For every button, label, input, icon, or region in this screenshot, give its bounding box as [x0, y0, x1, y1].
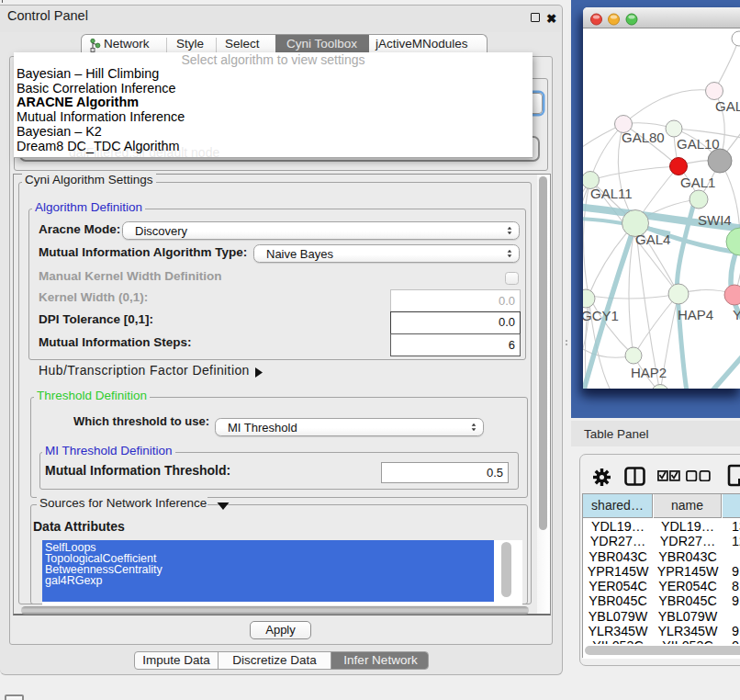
svg-text:HAP4: HAP4 — [678, 307, 713, 322]
svg-text:GAL4: GAL4 — [635, 231, 670, 247]
svg-text:GAL1: GAL1 — [680, 175, 715, 190]
svg-text:GAL2: GAL2 — [715, 98, 740, 114]
svg-text:GAL80: GAL80 — [622, 130, 665, 145]
svg-text:GCY1: GCY1 — [583, 308, 619, 323]
svg-text:SWI4: SWI4 — [698, 212, 732, 228]
svg-text:GAL10: GAL10 — [677, 136, 720, 152]
svg-text:YD: YD — [733, 307, 740, 322]
svg-text:HAP2: HAP2 — [631, 365, 667, 380]
svg-text:GAL11: GAL11 — [590, 186, 633, 201]
